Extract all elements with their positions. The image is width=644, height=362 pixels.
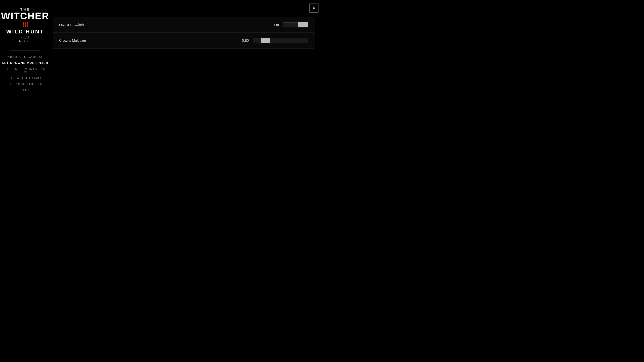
logo-roman-row: III [22, 21, 28, 28]
setting-label-crowns: Crowns Multiplier [59, 38, 236, 42]
logo-witcher: WITCHER [1, 11, 49, 21]
nav-item-back[interactable]: BACK [20, 88, 30, 92]
nav-item-set-skill-points-per-level[interactable]: SET SKILL POINTS PER LEVEL [0, 67, 50, 73]
setting-value-on-off: On [266, 23, 279, 27]
logo-roman-numeral: III [22, 21, 28, 28]
setting-row-crowns: Crowns Multiplier 0.80 [53, 33, 314, 48]
close-button[interactable]: X [309, 4, 318, 13]
setting-row-on-off: ON/OFF Switch On [53, 17, 314, 33]
nav-item-absolute-camera[interactable]: ABSOLUTE CAMERA [8, 55, 43, 58]
logo-wild-hunt: WILD HUNT [6, 29, 44, 34]
logo-container: THE WITCHER III WILD HUNT v 1.21 MODS [1, 8, 49, 43]
toggle-slider-on-off[interactable] [283, 22, 308, 27]
settings-panel: ON/OFF Switch On Crowns Multiplier 0.80 [53, 17, 314, 49]
crowns-slider-thumb [261, 38, 270, 43]
setting-value-crowns: 0.80 [236, 38, 249, 42]
nav-item-set-xp-multiplier[interactable]: SET XP MULTIPLIER [8, 82, 43, 85]
logo-version: v 1.21 [21, 36, 30, 39]
nav-item-set-weight-limit[interactable]: SET WEIGHT LIMIT [9, 76, 42, 79]
logo-mods: MODS [19, 39, 31, 43]
toggle-thumb-on-off [298, 22, 308, 27]
nav-item-set-crowns-multiplier[interactable]: SET CROWNS MULTIPLIER [2, 61, 49, 64]
crowns-slider[interactable] [253, 38, 308, 43]
setting-label-on-off: ON/OFF Switch [59, 23, 266, 27]
nav-menu: ABSOLUTE CAMERA SET CROWNS MULTIPLIER SE… [0, 55, 50, 92]
left-panel: THE WITCHER III WILD HUNT v 1.21 MODS AB… [0, 0, 50, 181]
divider [10, 51, 40, 51]
